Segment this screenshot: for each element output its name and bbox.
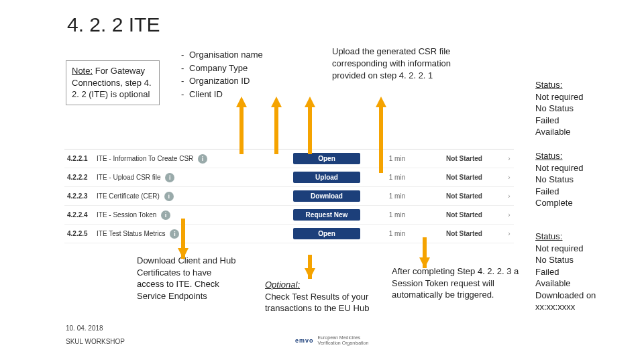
download-note: Download Client and Hub Certificates to … — [137, 255, 237, 302]
footer-workshop: SKUL WORKSHOP — [66, 338, 125, 345]
optional-label: Optional: — [265, 280, 300, 290]
duration: 1 min — [370, 211, 424, 219]
status-line: Not required — [535, 91, 584, 103]
status-line: Complete — [535, 197, 584, 209]
arrow-up-icon — [236, 97, 247, 107]
arrow-down-icon — [419, 257, 430, 268]
upload-note: Upload the generated CSR file correspond… — [332, 46, 453, 82]
status-badge: Not Started — [424, 230, 504, 237]
status-badge: Not Started — [424, 192, 504, 200]
info-icon[interactable]: i — [164, 192, 174, 201]
upload-button[interactable]: Upload — [293, 172, 360, 183]
chevron-right-icon[interactable]: › — [504, 211, 514, 219]
status-line: Available — [535, 278, 596, 290]
note-label: Note: — [72, 66, 93, 76]
table-row: 4.2.2.4 ITE - Session Token i Request Ne… — [64, 206, 514, 225]
bullet-org-name: Organisation name — [189, 50, 263, 60]
status-line: No Status — [535, 103, 584, 115]
status-line: Not required — [535, 162, 584, 174]
download-button[interactable]: Download — [293, 190, 360, 202]
duration: 1 min — [370, 155, 424, 162]
arrow-down-icon — [178, 248, 189, 259]
bullet-org-id: Organization ID — [189, 76, 250, 86]
logo-sub1: European Medicines — [318, 335, 369, 341]
optional-note: Optional: Check Test Results of your tra… — [265, 279, 386, 314]
status-badge: Not Started — [424, 211, 504, 219]
chevron-right-icon[interactable]: › — [504, 155, 514, 162]
open-button[interactable]: Open — [293, 153, 360, 164]
page-title: 4. 2. 2 ITE — [67, 13, 160, 36]
table-row: 4.2.2.2 ITE - Upload CSR file i Upload 1… — [64, 168, 514, 187]
arrow-down-icon — [305, 268, 315, 279]
chevron-right-icon[interactable]: › — [504, 230, 514, 237]
status-block-1: Status: Not required No Status Failed Av… — [535, 79, 584, 138]
logo-mark: emvo — [295, 337, 314, 344]
step-name: ITE - Session Token i — [97, 210, 283, 220]
bullet-client-id: Client ID — [189, 89, 223, 99]
table-row: 4.2.2.1 ITE - Information To Create CSR … — [64, 149, 514, 168]
status-badge: Not Started — [424, 155, 504, 162]
bullet-company-type: Company Type — [189, 63, 248, 73]
open-button[interactable]: Open — [293, 228, 360, 239]
status-line: Downloaded on — [535, 290, 596, 302]
chevron-right-icon[interactable]: › — [504, 192, 514, 200]
info-icon[interactable]: i — [198, 154, 207, 164]
step-num: 4.2.2.5 — [64, 230, 97, 237]
info-icon[interactable]: i — [170, 229, 179, 239]
note-box: Note: For Gateway Connections, step 4. 2… — [66, 60, 160, 105]
emvo-logo: emvo European Medicines Verification Org… — [295, 335, 368, 345]
step-name: ITE Test Status Metrics i — [97, 229, 283, 239]
status-line: Failed — [535, 186, 584, 198]
step-name: ITE Certificate (CER) i — [97, 192, 283, 201]
chevron-right-icon[interactable]: › — [504, 174, 514, 181]
request-new-button[interactable]: Request New — [293, 209, 360, 221]
status-line: Failed — [535, 115, 584, 127]
status-line: Not required — [535, 243, 596, 255]
step-name: ITE - Upload CSR file i — [97, 173, 283, 182]
step-num: 4.2.2.2 — [64, 174, 97, 181]
duration: 1 min — [370, 192, 424, 200]
optional-body: Check Test Results of your transactions … — [265, 292, 369, 314]
status-title: Status: — [535, 150, 584, 162]
step-num: 4.2.2.1 — [64, 155, 97, 162]
status-title: Status: — [535, 79, 584, 91]
step-num: 4.2.2.3 — [64, 192, 97, 200]
logo-sub2: Verification Organisation — [318, 341, 369, 346]
steps-table: 4.2.2.1 ITE - Information To Create CSR … — [64, 149, 514, 243]
arrow-up-icon — [271, 97, 282, 107]
info-icon[interactable]: i — [161, 210, 170, 220]
table-row: 4.2.2.3 ITE Certificate (CER) i Download… — [64, 187, 514, 206]
status-block-3: Status: Not required No Status Failed Av… — [535, 231, 596, 313]
status-line: xx:xx:xxxx — [535, 301, 596, 313]
arrow-up-icon — [376, 97, 386, 107]
info-icon[interactable]: i — [165, 173, 174, 182]
footer-date: 10. 04. 2018 — [66, 324, 103, 332]
status-block-2: Status: Not required No Status Failed Co… — [535, 150, 584, 209]
status-line: Available — [535, 126, 584, 138]
status-line: Failed — [535, 266, 596, 278]
table-row: 4.2.2.5 ITE Test Status Metrics i Open 1… — [64, 225, 514, 243]
duration: 1 min — [370, 174, 424, 181]
status-badge: Not Started — [424, 174, 504, 181]
status-title: Status: — [535, 231, 596, 243]
field-bullets: -Organisation name -Company Type -Organi… — [181, 48, 263, 101]
status-line: No Status — [535, 254, 596, 266]
step-name: ITE - Information To Create CSR i — [97, 154, 283, 164]
after-note: After completing Step 4. 2. 2. 3 a Sessi… — [392, 265, 526, 301]
status-line: No Status — [535, 174, 584, 186]
step-num: 4.2.2.4 — [64, 211, 97, 219]
arrow-up-icon — [305, 97, 315, 107]
duration: 1 min — [370, 230, 424, 237]
